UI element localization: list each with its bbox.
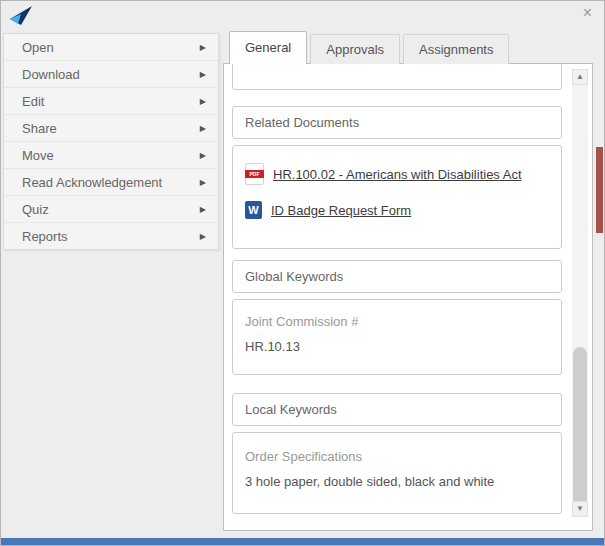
submenu-arrow-icon: ▶: [200, 124, 206, 133]
menu-item-move[interactable]: Move ▶: [4, 142, 218, 169]
keyword-label: Order Specifications: [245, 449, 549, 464]
menu-item-label: Open: [22, 40, 54, 55]
menu-item-edit[interactable]: Edit ▶: [4, 88, 218, 115]
keyword-value: 3 hole paper, double sided, black and wh…: [245, 474, 549, 489]
submenu-arrow-icon: ▶: [200, 151, 206, 160]
submenu-arrow-icon: ▶: [200, 70, 206, 79]
pdf-file-icon: PDF: [245, 163, 264, 185]
scrollbar-thumb[interactable]: [573, 347, 587, 507]
menu-item-label: Quiz: [22, 202, 49, 217]
window-scrollbar-marker: [596, 147, 603, 233]
menu-item-reports[interactable]: Reports ▶: [4, 223, 218, 249]
tab-assignments[interactable]: Assignments: [403, 34, 509, 64]
section-title: Global Keywords: [233, 261, 561, 292]
submenu-arrow-icon: ▶: [200, 97, 206, 106]
related-document-row: W ID Badge Request Form: [245, 201, 549, 219]
submenu-arrow-icon: ▶: [200, 205, 206, 214]
word-file-icon: W: [245, 201, 262, 219]
context-menu: Open ▶ Download ▶ Edit ▶ Share ▶ Move ▶ …: [3, 33, 219, 250]
panel-scrollbar[interactable]: ▲ ▼: [572, 69, 588, 517]
tab-bar: General Approvals Assignments: [223, 32, 509, 64]
keyword-label: Joint Commission #: [245, 314, 549, 329]
related-documents-card: PDF HR.100.02 - Americans with Disabilit…: [232, 145, 562, 249]
bottom-accent-bar: [1, 538, 604, 545]
partially-scrolled-card: [232, 63, 562, 90]
app-logo-icon: [9, 5, 33, 27]
section-title: Local Keywords: [233, 394, 561, 425]
section-title: Related Documents: [233, 107, 561, 138]
panel-content: Related Documents PDF HR.100.02 - Americ…: [232, 64, 564, 530]
menu-item-read-acknowledgement[interactable]: Read Acknowledgement ▶: [4, 169, 218, 196]
menu-item-quiz[interactable]: Quiz ▶: [4, 196, 218, 223]
local-keywords-card: Order Specifications 3 hole paper, doubl…: [232, 432, 562, 514]
related-documents-header: Related Documents: [232, 106, 562, 139]
tab-general[interactable]: General: [229, 31, 307, 64]
tab-approvals[interactable]: Approvals: [310, 34, 400, 64]
related-document-link[interactable]: HR.100.02 - Americans with Disabilities …: [273, 167, 522, 182]
local-keywords-header: Local Keywords: [232, 393, 562, 426]
general-tab-panel: Related Documents PDF HR.100.02 - Americ…: [223, 63, 593, 531]
menu-item-label: Reports: [22, 229, 68, 244]
submenu-arrow-icon: ▶: [200, 178, 206, 187]
close-icon[interactable]: ×: [583, 5, 592, 21]
scroll-down-icon[interactable]: ▼: [572, 501, 588, 517]
menu-item-open[interactable]: Open ▶: [4, 34, 218, 61]
scroll-up-icon[interactable]: ▲: [572, 69, 588, 85]
related-document-row: PDF HR.100.02 - Americans with Disabilit…: [245, 163, 549, 185]
menu-item-label: Move: [22, 148, 54, 163]
menu-item-label: Read Acknowledgement: [22, 175, 162, 190]
related-document-link[interactable]: ID Badge Request Form: [271, 203, 411, 218]
submenu-arrow-icon: ▶: [200, 232, 206, 241]
global-keywords-header: Global Keywords: [232, 260, 562, 293]
menu-item-label: Download: [22, 67, 80, 82]
global-keywords-card: Joint Commission # HR.10.13: [232, 299, 562, 375]
menu-item-download[interactable]: Download ▶: [4, 61, 218, 88]
menu-item-label: Edit: [22, 94, 44, 109]
submenu-arrow-icon: ▶: [200, 43, 206, 52]
menu-item-share[interactable]: Share ▶: [4, 115, 218, 142]
menu-item-label: Share: [22, 121, 57, 136]
keyword-value: HR.10.13: [245, 339, 549, 354]
document-options-window: × Open ▶ Download ▶ Edit ▶ Share ▶ Move …: [0, 0, 605, 546]
